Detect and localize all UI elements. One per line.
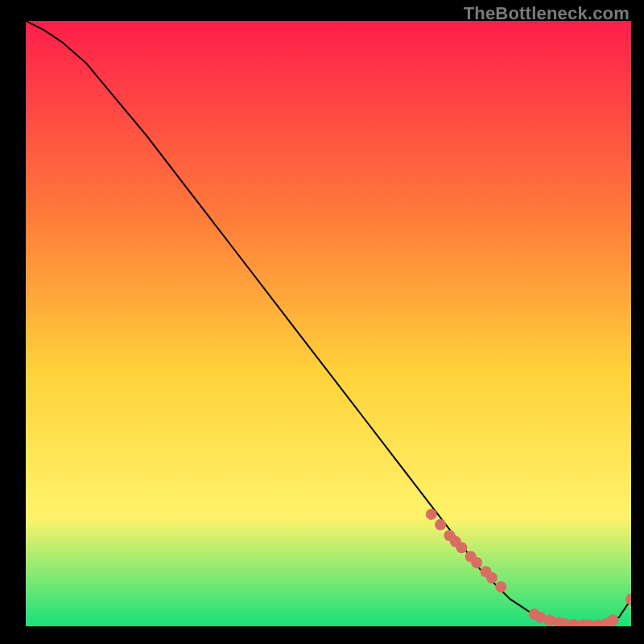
marker-point [456,542,467,553]
marker-point [495,581,506,592]
marker-point [486,572,497,584]
marker-point [426,509,437,520]
gradient-background [26,21,631,626]
marker-point [435,519,446,530]
marker-point [607,615,618,626]
chart-svg [26,21,631,626]
chart-plot-area [26,21,631,626]
marker-point [471,557,482,568]
chart-frame: TheBottleneck.com [0,0,644,644]
